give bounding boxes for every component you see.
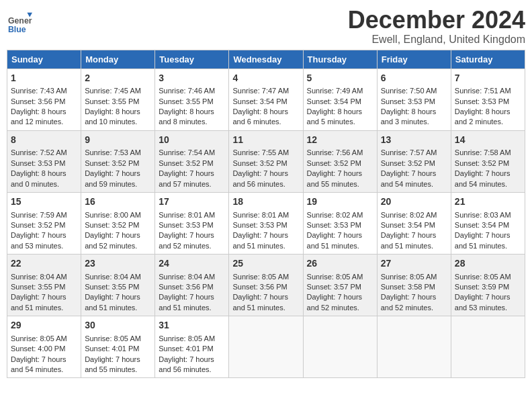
day-number: 13	[381, 134, 447, 147]
day-number: 3	[159, 72, 225, 85]
day-number: 16	[85, 195, 151, 209]
day-info: and 51 minutes.	[232, 303, 299, 313]
day-info: Daylight: 8 hours	[232, 107, 299, 117]
day-info: Daylight: 7 hours	[85, 292, 151, 302]
day-info: Daylight: 7 hours	[159, 292, 225, 302]
day-info: and 54 minutes.	[381, 179, 447, 189]
day-info: Daylight: 7 hours	[455, 230, 521, 240]
day-info: and 53 minutes.	[11, 241, 77, 251]
day-number: 11	[232, 134, 299, 147]
day-header-thursday: Thursday	[303, 50, 377, 68]
day-info: Sunset: 3:55 PM	[85, 282, 151, 292]
day-header-friday: Friday	[377, 50, 451, 68]
page-header: General Blue December 2024 Ewell, Englan…	[7, 7, 525, 46]
day-info: Daylight: 7 hours	[11, 292, 77, 302]
day-info: Sunset: 3:54 PM	[455, 220, 521, 230]
day-info: and 51 minutes.	[232, 241, 299, 251]
calendar-cell: 10Sunrise: 7:54 AMSunset: 3:52 PMDayligh…	[155, 130, 229, 192]
day-info: Sunset: 3:55 PM	[85, 97, 151, 107]
day-info: Sunset: 3:52 PM	[307, 158, 373, 169]
day-info: Sunset: 3:56 PM	[11, 97, 77, 107]
calendar-cell: 23Sunrise: 8:04 AMSunset: 3:55 PMDayligh…	[81, 255, 155, 316]
calendar-cell	[303, 316, 377, 378]
calendar-cell: 22Sunrise: 8:04 AMSunset: 3:55 PMDayligh…	[7, 255, 81, 316]
day-info: Sunset: 3:53 PM	[455, 97, 521, 107]
day-info: Daylight: 7 hours	[85, 355, 151, 365]
day-info: Sunset: 3:52 PM	[11, 220, 77, 230]
day-number: 4	[232, 72, 299, 85]
day-number: 1	[11, 72, 77, 85]
day-info: Sunrise: 7:56 AM	[307, 148, 373, 158]
day-info: Sunrise: 8:01 AM	[232, 210, 299, 220]
day-info: Daylight: 8 hours	[307, 107, 373, 117]
day-info: Daylight: 7 hours	[307, 230, 373, 240]
day-number: 26	[307, 257, 373, 271]
day-info: and 10 minutes.	[85, 117, 151, 127]
day-info: Sunset: 3:59 PM	[455, 282, 521, 292]
day-info: Sunset: 3:53 PM	[232, 220, 299, 230]
calendar-cell: 20Sunrise: 8:02 AMSunset: 3:54 PMDayligh…	[377, 192, 451, 254]
calendar-cell: 14Sunrise: 7:58 AMSunset: 3:52 PMDayligh…	[451, 130, 525, 192]
day-header-tuesday: Tuesday	[155, 50, 229, 68]
week-row-5: 29Sunrise: 8:05 AMSunset: 4:00 PMDayligh…	[7, 316, 525, 378]
day-info: and 54 minutes.	[11, 365, 77, 375]
logo-icon: General Blue	[7, 9, 32, 35]
calendar-cell: 19Sunrise: 8:02 AMSunset: 3:53 PMDayligh…	[303, 192, 377, 254]
day-number: 7	[455, 72, 521, 85]
calendar-cell: 13Sunrise: 7:57 AMSunset: 3:52 PMDayligh…	[377, 130, 451, 192]
day-number: 27	[381, 257, 447, 271]
day-info: Sunrise: 8:02 AM	[307, 210, 373, 220]
calendar-cell: 1Sunrise: 7:43 AMSunset: 3:56 PMDaylight…	[7, 68, 81, 130]
day-number: 6	[381, 72, 447, 85]
day-number: 23	[85, 257, 151, 271]
day-info: Daylight: 7 hours	[455, 169, 521, 179]
day-info: Daylight: 7 hours	[381, 230, 447, 240]
day-info: and 55 minutes.	[85, 365, 151, 375]
day-number: 17	[159, 195, 225, 209]
calendar-cell: 21Sunrise: 8:03 AMSunset: 3:54 PMDayligh…	[451, 192, 525, 254]
day-number: 5	[307, 72, 373, 85]
day-info: Daylight: 7 hours	[159, 230, 225, 240]
day-info: Daylight: 7 hours	[11, 355, 77, 365]
day-number: 30	[85, 319, 151, 332]
day-header-monday: Monday	[81, 50, 155, 68]
day-info: and 0 minutes.	[11, 179, 77, 189]
day-info: and 2 minutes.	[455, 117, 521, 127]
day-info: and 52 minutes.	[85, 241, 151, 251]
day-info: Sunrise: 8:02 AM	[381, 210, 447, 220]
day-info: Sunset: 3:52 PM	[85, 158, 151, 169]
calendar-cell: 7Sunrise: 7:51 AMSunset: 3:53 PMDaylight…	[451, 68, 525, 130]
day-number: 24	[159, 257, 225, 271]
day-info: Sunset: 3:52 PM	[232, 158, 299, 169]
day-number: 25	[232, 257, 299, 271]
day-info: Sunrise: 8:04 AM	[85, 272, 151, 282]
day-info: Sunset: 4:01 PM	[85, 344, 151, 354]
day-number: 9	[85, 134, 151, 147]
day-number: 10	[159, 134, 225, 147]
calendar-cell: 15Sunrise: 7:59 AMSunset: 3:52 PMDayligh…	[7, 192, 81, 254]
day-info: Daylight: 7 hours	[455, 292, 521, 302]
day-info: and 12 minutes.	[11, 117, 77, 127]
svg-text:Blue: Blue	[8, 25, 26, 34]
day-info: and 51 minutes.	[11, 303, 77, 313]
day-info: and 51 minutes.	[381, 241, 447, 251]
day-info: Daylight: 8 hours	[455, 107, 521, 117]
day-info: Sunrise: 8:05 AM	[307, 272, 373, 282]
day-info: Daylight: 8 hours	[11, 107, 77, 117]
day-info: Sunrise: 8:05 AM	[455, 272, 521, 282]
day-info: Sunrise: 7:59 AM	[11, 210, 77, 220]
day-info: Sunrise: 8:05 AM	[11, 334, 77, 344]
calendar-cell: 31Sunrise: 8:05 AMSunset: 4:01 PMDayligh…	[155, 316, 229, 378]
day-info: Sunset: 3:52 PM	[455, 158, 521, 169]
calendar-cell: 9Sunrise: 7:53 AMSunset: 3:52 PMDaylight…	[81, 130, 155, 192]
day-number: 12	[307, 134, 373, 147]
day-info: Sunset: 3:54 PM	[381, 220, 447, 230]
calendar-cell: 11Sunrise: 7:55 AMSunset: 3:52 PMDayligh…	[229, 130, 303, 192]
day-info: Daylight: 8 hours	[85, 107, 151, 117]
day-info: Sunrise: 7:58 AM	[455, 148, 521, 158]
day-info: and 52 minutes.	[159, 241, 225, 251]
day-info: Daylight: 7 hours	[307, 169, 373, 179]
calendar-cell: 12Sunrise: 7:56 AMSunset: 3:52 PMDayligh…	[303, 130, 377, 192]
day-info: Sunset: 3:53 PM	[381, 97, 447, 107]
calendar-header-row: SundayMondayTuesdayWednesdayThursdayFrid…	[7, 50, 525, 68]
